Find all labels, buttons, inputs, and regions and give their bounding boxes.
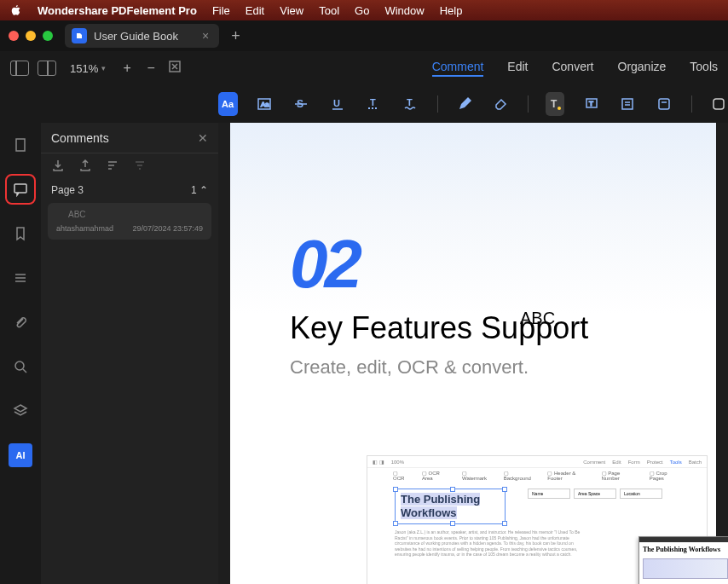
mini-preview: The Publishing Workflows [638, 536, 728, 584]
tab-organize[interactable]: Organize [618, 60, 667, 77]
tab-close-icon[interactable]: × [202, 29, 209, 43]
svg-text:T: T [551, 98, 558, 110]
underline-tool[interactable]: U [327, 92, 347, 116]
topbar: 151%▾ + − Comment Edit Convert Organize … [0, 51, 728, 85]
sidebar-toggle-icon[interactable] [10, 61, 29, 76]
filter-icon[interactable] [133, 159, 147, 172]
import-icon[interactable] [51, 159, 65, 172]
page-section-header[interactable]: Page 3 1 ⌃ [41, 177, 218, 203]
section-number: 02 [290, 225, 665, 304]
new-tab-button[interactable]: + [231, 27, 240, 45]
tab-convert[interactable]: Convert [552, 60, 593, 77]
svg-rect-16 [622, 99, 633, 109]
comment-author: ahtashamahmad [56, 224, 113, 233]
area-highlight-tool[interactable]: Aa [255, 92, 274, 116]
document-tab[interactable]: User Guide Book × [65, 24, 219, 48]
text-annotation[interactable]: ABC [520, 309, 555, 328]
menu-file[interactable]: File [212, 4, 230, 17]
tab-tools[interactable]: Tools [690, 60, 718, 77]
comment-date: 29/07/2024 23:57:49 [132, 224, 203, 233]
minimize-window-button[interactable] [26, 31, 36, 41]
svg-point-27 [15, 361, 24, 370]
menu-tool[interactable]: Tool [319, 4, 339, 17]
svg-line-28 [23, 369, 26, 373]
svg-text:T: T [370, 97, 376, 107]
comment-toolbar: Aa Aa S U T T T T [0, 85, 728, 123]
thumbnails-button[interactable] [9, 133, 32, 157]
page-subheading: Create, edit, OCR & convert. [290, 356, 665, 379]
titlebar: User Guide Book × + [0, 20, 728, 51]
sort-icon[interactable] [106, 159, 119, 172]
svg-rect-22 [16, 139, 25, 151]
svg-point-13 [558, 107, 561, 110]
close-panel-icon[interactable]: ✕ [198, 131, 208, 145]
app-name: Wondershare PDFelement Pro [38, 4, 197, 17]
svg-rect-19 [659, 99, 669, 109]
svg-text:Aa: Aa [261, 101, 269, 108]
menu-help[interactable]: Help [440, 4, 463, 17]
menu-edit[interactable]: Edit [246, 4, 264, 17]
svg-rect-23 [14, 184, 26, 193]
apple-icon [10, 4, 22, 16]
attachments-button[interactable] [9, 310, 32, 334]
comment-text: ABC [68, 210, 203, 219]
panel-title: Comments [51, 131, 109, 145]
pdf-icon [72, 28, 87, 43]
comments-panel: Comments ✕ Page 3 1 ⌃ ABC ahtashamahmad … [41, 123, 218, 584]
svg-text:U: U [333, 98, 340, 108]
svg-text:Aa: Aa [222, 99, 234, 109]
menu-window[interactable]: Window [384, 4, 424, 17]
text-box-tool[interactable]: T [546, 92, 565, 116]
shapes-tool[interactable] [708, 92, 728, 116]
eraser-tool[interactable] [491, 92, 511, 116]
menu-view[interactable]: View [280, 4, 303, 17]
tab-comment[interactable]: Comment [432, 60, 484, 77]
note-tool[interactable] [618, 92, 638, 116]
embedded-screenshot: ◧ ◨100% CommentEditFormProtectToolsBatch… [367, 455, 708, 584]
pencil-tool[interactable] [454, 92, 474, 116]
pdf-page: 02 ABC Key Features Support Create, edit… [230, 123, 716, 584]
layers-button[interactable] [9, 399, 32, 423]
document-canvas[interactable]: 02 ABC Key Features Support Create, edit… [218, 123, 728, 584]
zoom-level[interactable]: 151%▾ [70, 62, 106, 75]
svg-rect-21 [714, 99, 724, 109]
left-sidebar: AI [0, 123, 41, 584]
fit-page-button[interactable] [167, 60, 182, 77]
search-button[interactable] [9, 355, 32, 379]
layout-toggle-icon[interactable] [38, 61, 56, 76]
caret-tool[interactable]: T [364, 92, 384, 116]
sticky-note-tool[interactable] [655, 92, 674, 116]
svg-text:T: T [407, 97, 413, 107]
comments-button[interactable] [9, 177, 32, 201]
tab-edit[interactable]: Edit [507, 60, 528, 77]
highlight-tool[interactable]: Aa [218, 92, 238, 116]
bookmarks-button[interactable] [9, 222, 32, 246]
squiggly-tool[interactable]: T [401, 92, 420, 116]
outline-button[interactable] [9, 266, 32, 290]
callout-tool[interactable]: T [581, 92, 601, 116]
tab-title: User Guide Book [94, 30, 178, 43]
export-icon[interactable] [78, 159, 92, 172]
page-heading: Key Features Support [290, 310, 665, 346]
close-window-button[interactable] [9, 31, 19, 41]
strikethrough-tool[interactable]: S [292, 92, 311, 116]
zoom-in-button[interactable]: + [119, 61, 135, 76]
zoom-out-button[interactable]: − [143, 61, 159, 76]
svg-text:T: T [589, 100, 593, 107]
comment-card[interactable]: ABC ahtashamahmad 29/07/2024 23:57:49 [48, 203, 211, 240]
macos-menubar: Wondershare PDFelement Pro File Edit Vie… [0, 0, 728, 20]
menu-go[interactable]: Go [355, 4, 369, 17]
ai-button[interactable]: AI [9, 443, 32, 467]
maximize-window-button[interactable] [43, 31, 53, 41]
